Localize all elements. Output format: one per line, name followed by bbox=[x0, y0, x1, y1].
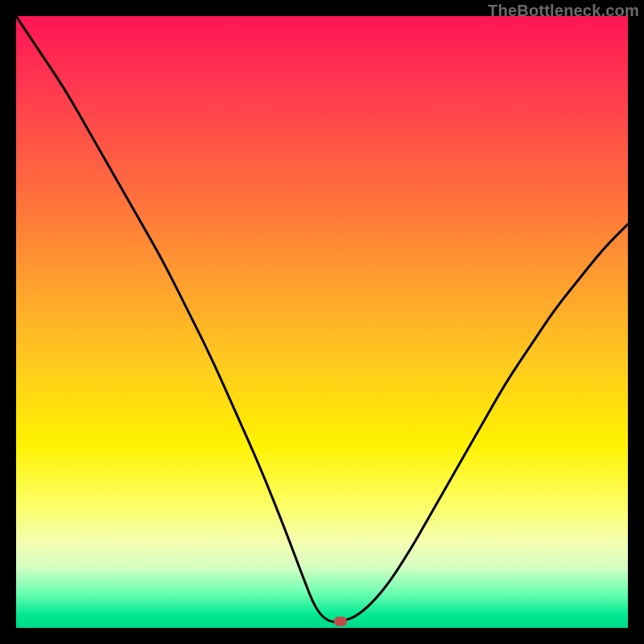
bottleneck-curve bbox=[16, 16, 628, 628]
optimal-point-marker bbox=[334, 617, 347, 626]
curve-path bbox=[16, 16, 628, 621]
plot-area bbox=[16, 16, 628, 628]
chart-frame: TheBottleneck.com bbox=[0, 0, 644, 644]
